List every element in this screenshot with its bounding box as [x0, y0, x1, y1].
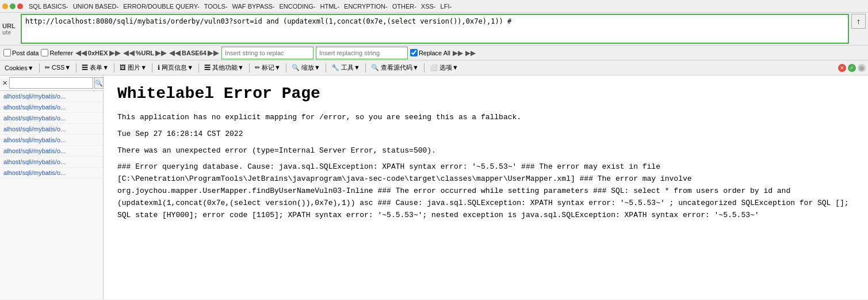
menu-xss[interactable]: XSS- [420, 2, 437, 10]
url-encode-group: ◀◀ %URL ▶▶ [123, 48, 167, 57]
sidebar-item[interactable]: alhost/sqli/mybatis/o... [0, 91, 103, 102]
menu-encryption[interactable]: ENCRYPTION- [343, 2, 389, 10]
url-bar-container: URL ute ↑ [0, 13, 868, 45]
hex-encode-group: ◀◀ 0xHEX ▶▶ [75, 48, 121, 57]
url-go-button[interactable]: ↑ [851, 14, 866, 29]
browser-toolbar: Cookies▼ ✏ CSS▼ ☰ 表单▼ 🖼 图片▼ ℹ 网页信息▼ ☰ 其他… [0, 60, 868, 75]
url-right-arrow[interactable]: ▶▶ [155, 48, 167, 57]
divider-4 [152, 63, 152, 73]
content-area: Whitelabel Error Page This application h… [104, 75, 868, 299]
hex-right-arrow[interactable]: ▶▶ [109, 48, 121, 57]
menu-error-double[interactable]: ERROR/DOUBLE QUERY- [122, 2, 201, 10]
menu-lfi[interactable]: LFI- [439, 2, 453, 10]
sidebar-item[interactable]: alhost/sqli/mybatis/o... [0, 146, 103, 157]
post-data-checkbox[interactable]: Post data [3, 49, 39, 56]
css-btn[interactable]: ✏ CSS▼ [43, 63, 74, 72]
sidebar-items-list: alhost/sqli/mybatis/o... alhost/sqli/myb… [0, 91, 103, 299]
menu-other[interactable]: OTHER- [391, 2, 418, 10]
divider-6 [249, 63, 250, 73]
error-para-1: This application has no explicit mapping… [117, 112, 854, 124]
menu-bar: SQL BASICS- UNION BASED- ERROR/DOUBLE QU… [0, 0, 868, 13]
url-input[interactable] [21, 14, 849, 44]
sidebar-search-input[interactable] [9, 77, 93, 89]
post-data-label: Post data [12, 50, 39, 56]
browser-close-icon[interactable]: ✕ [838, 64, 846, 72]
sidebar-item[interactable]: alhost/sqli/mybatis/o... [0, 124, 103, 135]
sidebar-close-icon[interactable]: ✕ [2, 79, 8, 88]
hex-label: 0xHEX [88, 50, 108, 56]
menu-union-based[interactable]: UNION BASED- [72, 2, 120, 10]
error-para-2: Tue Sep 27 16:28:14 CST 2022 [117, 128, 854, 140]
sidebar-search-button[interactable]: 🔍 [94, 77, 104, 89]
error-para-4: ### Error querying database. Cause: java… [117, 161, 854, 221]
green-dot [10, 3, 16, 9]
insert-replacing-input[interactable] [316, 47, 408, 59]
error-body: This application has no explicit mapping… [117, 112, 854, 221]
cookies-btn[interactable]: Cookies▼ [2, 64, 36, 72]
marks-btn[interactable]: ✏ 标记▼ [253, 63, 283, 73]
zoom-btn[interactable]: 🔍 缩放▼ [289, 63, 323, 73]
sidebar: ✕ 🔍 查看(W) alhost/sqli/mybatis/o... alhos… [0, 75, 104, 299]
divider-7 [286, 63, 286, 73]
divider-10 [424, 63, 425, 73]
menu-waf-bypass[interactable]: WAF BYPASS- [231, 2, 276, 10]
divider-2 [76, 63, 77, 73]
replace-all-check[interactable] [410, 49, 418, 56]
other-funcs-btn[interactable]: ☰ 其他功能▼ [202, 63, 246, 73]
url-label-2: ute [2, 29, 18, 36]
view-source-btn[interactable]: 🔍 查看源代码▼ [369, 63, 421, 73]
divider-8 [326, 63, 326, 73]
base64-label: BASE64 [182, 50, 207, 56]
replace-right-arrow[interactable]: ▶▶ [453, 49, 463, 57]
referrer-check[interactable] [41, 49, 48, 56]
traffic-lights [2, 3, 23, 9]
referrer-label: Referrer [49, 50, 72, 56]
tools-btn[interactable]: 🔧 工具▼ [329, 63, 362, 73]
menu-sql-basics[interactable]: SQL BASICS- [28, 2, 70, 10]
main-area: ✕ 🔍 查看(W) alhost/sqli/mybatis/o... alhos… [0, 75, 868, 299]
url-left-arrow[interactable]: ◀◀ [123, 48, 135, 57]
browser-check-icon[interactable]: ✓ [848, 64, 856, 72]
menu-tools[interactable]: TOOLS- [203, 2, 229, 10]
divider-9 [365, 63, 366, 73]
sidebar-item[interactable]: alhost/sqli/mybatis/o... [0, 168, 103, 179]
sidebar-item[interactable]: alhost/sqli/mybatis/o... [0, 135, 103, 146]
url-label: %URL [136, 50, 154, 56]
replace-all-label: Replace All [419, 50, 450, 56]
replace-double-right[interactable]: ▶▶ [465, 49, 476, 57]
info-btn[interactable]: ℹ 网页信息▼ [155, 63, 196, 73]
browser-partial-icon[interactable]: ◎ [858, 64, 866, 72]
error-page-title: Whitelabel Error Page [117, 85, 854, 102]
hex-left-arrow[interactable]: ◀◀ [75, 48, 87, 57]
divider-3 [114, 63, 114, 73]
error-para-3: There was an unexpected error (type=Inte… [117, 145, 854, 157]
base64-right-arrow[interactable]: ▶▶ [208, 48, 219, 57]
sidebar-item[interactable]: alhost/sqli/mybatis/o... [0, 157, 103, 168]
url-label-1: URL [2, 22, 18, 29]
sidebar-item[interactable]: alhost/sqli/mybatis/o... [0, 113, 103, 124]
menu-html[interactable]: HTML- [319, 2, 341, 10]
post-data-check[interactable] [3, 49, 11, 56]
yellow-dot [2, 3, 8, 9]
sidebar-search-bar: ✕ 🔍 查看(W) [0, 75, 103, 91]
options-btn[interactable]: ⬜ 选项▼ [427, 63, 461, 73]
divider-5 [198, 63, 199, 73]
base64-left-arrow[interactable]: ◀◀ [169, 48, 181, 57]
base64-encode-group: ◀◀ BASE64 ▶▶ [169, 48, 219, 57]
divider-1 [39, 63, 40, 73]
images-btn[interactable]: 🖼 图片▼ [117, 63, 149, 73]
menu-encoding[interactable]: ENCODING- [278, 2, 317, 10]
toolbar-row: Post data Referrer ◀◀ 0xHEX ▶▶ ◀◀ %URL ▶… [0, 45, 868, 60]
sidebar-item[interactable]: alhost/sqli/mybatis/o... [0, 102, 103, 113]
referrer-checkbox[interactable]: Referrer [41, 49, 72, 56]
forms-btn[interactable]: ☰ 表单▼ [79, 63, 111, 73]
insert-string-input[interactable] [221, 47, 313, 59]
red-dot [17, 3, 23, 9]
replace-all-checkbox[interactable]: Replace All [410, 49, 450, 56]
